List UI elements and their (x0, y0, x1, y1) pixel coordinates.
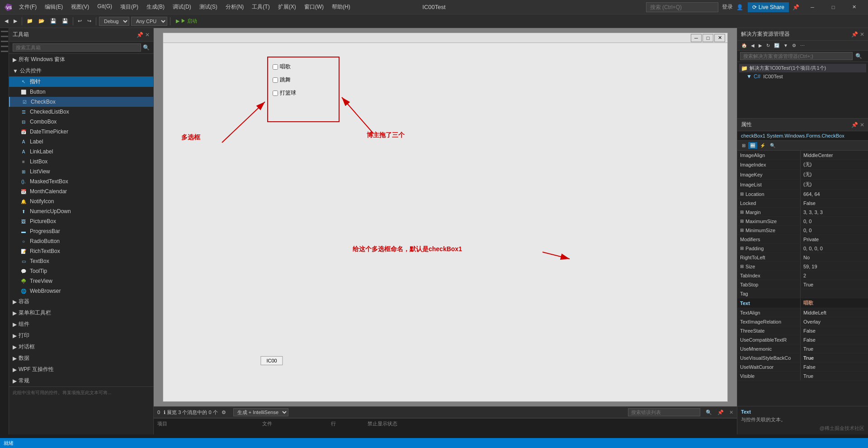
props-row-usevisualstyle[interactable]: UseVisualStyleBackCo True (737, 353, 868, 362)
output-pin-icon[interactable]: 📌 (717, 410, 724, 415)
props-search-btn[interactable]: 🔍 (768, 142, 777, 149)
form-minimize-btn[interactable]: ─ (691, 34, 702, 42)
toolbox-category-all-windows[interactable]: ▶ 所有 Windows 窗体 (9, 54, 153, 65)
live-share-button[interactable]: ⟳ Live Share (748, 2, 789, 12)
toolbox-item-textbox[interactable]: ▭ TextBox (9, 256, 153, 266)
toolbox-item-maskedtextbox[interactable]: (). MaskedTextBox (9, 176, 153, 186)
toolbox-item-monthcalendar[interactable]: 📆 MonthCalendar (9, 186, 153, 196)
solution-root[interactable]: 📁 解决方案'IC00Test'(1个项目/共1个) (739, 64, 866, 72)
save-all-btn[interactable]: 💾 (60, 17, 70, 25)
checkbox-1[interactable]: 唱歌 (273, 63, 334, 71)
output-close-icon[interactable]: ✕ (729, 410, 733, 415)
sol-more-btn[interactable]: ⋯ (799, 42, 806, 49)
sol-back-btn[interactable]: ◀ (750, 42, 756, 49)
toolbox-item-tooltip[interactable]: 💬 ToolTip (9, 266, 153, 276)
props-row-threestate[interactable]: ThreeState False (737, 326, 868, 335)
error-search-input[interactable] (628, 408, 700, 416)
props-row-margin[interactable]: ⊞Margin 3, 3, 3, 3 (737, 208, 868, 217)
toolbox-item-label[interactable]: A Label (9, 137, 153, 147)
toolbox-item-numericupdown[interactable]: ⬆ NumericUpDown (9, 206, 153, 216)
minimize-button[interactable]: ─ (802, 0, 823, 14)
output-tab[interactable]: ℹ 展览 3 个消息中的 0 个 (164, 409, 218, 416)
toolbox-item-datetimepicker[interactable]: 📅 DateTimePicker (9, 127, 153, 137)
props-row-imageindex[interactable]: ImageIndex (无) (737, 160, 868, 170)
props-row-imagelist[interactable]: ImageList (无) (737, 180, 868, 190)
checkbox-3[interactable]: 打篮球 (273, 89, 334, 97)
props-row-imagealign[interactable]: ImageAlign MiddleCenter (737, 151, 868, 160)
menu-edit[interactable]: 编辑(E) (41, 1, 66, 13)
redo-btn[interactable]: ↪ (85, 17, 93, 25)
props-pin-icon[interactable]: 📌 (851, 122, 858, 128)
open-btn[interactable]: 📂 (37, 17, 47, 25)
forward-button[interactable]: ▶ (12, 17, 19, 25)
toolbox-item-webbrowser[interactable]: 🌐 WebBrowser (9, 286, 153, 296)
save-btn[interactable]: 💾 (48, 17, 58, 25)
menu-analyze[interactable]: 分析(N) (222, 1, 248, 13)
sol-sync-btn[interactable]: ↻ (765, 42, 771, 49)
toolbox-category-menus[interactable]: ▶ 菜单和工具栏 (9, 307, 153, 319)
toolbox-item-richtextbox[interactable]: 📝 RichTextBox (9, 246, 153, 256)
props-row-tabstop[interactable]: TabStop True (737, 280, 868, 289)
menu-view[interactable]: 视图(V) (67, 1, 93, 13)
sol-forward-btn[interactable]: ▶ (757, 42, 764, 49)
maximize-button[interactable]: □ (823, 0, 844, 14)
toolbox-item-notifyicon[interactable]: 🔔 NotifyIcon (9, 196, 153, 206)
toolbox-close-icon[interactable]: ✕ (145, 32, 150, 38)
sol-filter-btn[interactable]: ▼ (782, 42, 789, 49)
toolbox-search-input[interactable] (13, 43, 141, 52)
toolbox-item-button[interactable]: ⬜ Button (9, 87, 153, 97)
form-maximize-btn[interactable]: □ (703, 34, 713, 42)
sol-home-btn[interactable]: 🏠 (740, 42, 748, 49)
props-row-tabindex[interactable]: TabIndex 2 (737, 271, 868, 280)
sol-refresh-btn[interactable]: 🔄 (773, 42, 781, 49)
toolbox-category-common[interactable]: ▼ 公共控件 (9, 65, 153, 76)
form-close-btn[interactable]: ✕ (714, 34, 725, 42)
checkbox-input-2[interactable] (273, 77, 278, 83)
toolbox-item-pointer[interactable]: ↖ 指针 (9, 76, 153, 87)
toolbox-item-picturebox[interactable]: 🖼 PictureBox (9, 216, 153, 226)
toolbox-item-checkedlistbox[interactable]: ☰ CheckedListBox (9, 107, 153, 117)
props-row-padding[interactable]: ⊞Padding 0, 0, 0, 0 (737, 244, 868, 253)
props-row-usecompatible[interactable]: UseCompatibleTextR False (737, 335, 868, 344)
ic00-button[interactable]: IC00 (260, 356, 283, 365)
sol-pin-icon[interactable]: 📌 (851, 31, 858, 38)
toolbox-category-wpf[interactable]: ▶ WPF 互操作性 (9, 364, 153, 375)
checkbox-input-3[interactable] (273, 91, 278, 96)
toolbox-item-progressbar[interactable]: ▬ ProgressBar (9, 226, 153, 236)
global-search[interactable] (646, 2, 718, 12)
props-row-righttoleft[interactable]: RightToLeft No (737, 253, 868, 262)
close-button[interactable]: ✕ (844, 0, 864, 14)
run-button[interactable]: ▶ ▶ 启动 (173, 17, 200, 25)
toolbox-item-treeview[interactable]: 🌳 TreeView (9, 276, 153, 286)
toolbox-item-listview[interactable]: ⊞ ListView (9, 167, 153, 176)
debug-config-dropdown[interactable]: Debug (99, 17, 129, 26)
toolbox-item-checkbox[interactable]: ☑ CheckBox (9, 97, 153, 107)
props-row-imagekey[interactable]: ImageKey (无) (737, 170, 868, 180)
login-label[interactable]: 登录 (722, 3, 733, 11)
menu-project[interactable]: 项目(P) (117, 1, 142, 13)
menu-git[interactable]: Git(G) (94, 1, 116, 13)
output-mode-dropdown[interactable]: 生成 + IntelliSense (233, 408, 288, 416)
toolbox-category-general[interactable]: ▶ 常规 (9, 375, 153, 386)
props-row-minimumsize[interactable]: ⊞MinimumSize 0, 0 (737, 226, 868, 235)
toolbox-category-components[interactable]: ▶ 组件 (9, 319, 153, 330)
props-row-usemnemonic[interactable]: UseMnemonic True (737, 344, 868, 353)
sol-settings-btn[interactable]: ⚙ (791, 42, 797, 49)
props-cat-btn[interactable]: ⊞ (740, 142, 747, 149)
toolbox-category-print[interactable]: ▶ 打印 (9, 330, 153, 341)
undo-btn[interactable]: ↩ (76, 17, 84, 25)
toolbox-category-data[interactable]: ▶ 数据 (9, 353, 153, 364)
props-row-usewaitcursor[interactable]: UseWaitCursor False (737, 362, 868, 372)
props-row-size[interactable]: ⊞Size 59, 19 (737, 262, 868, 271)
toolbox-item-radiobutton[interactable]: ○ RadioButton (9, 236, 153, 246)
back-button[interactable]: ◀ (3, 17, 10, 25)
toolbox-item-listbox[interactable]: ≡ ListBox (9, 157, 153, 167)
props-row-text[interactable]: Text 唱歌 (737, 298, 868, 308)
menu-test[interactable]: 测试(S) (196, 1, 221, 13)
toolbox-pin-icon[interactable]: 📌 (137, 32, 143, 38)
menu-tools[interactable]: 工具(T) (248, 1, 273, 13)
sol-close-icon[interactable]: ✕ (860, 31, 864, 38)
toolbox-item-linklabel[interactable]: A LinkLabel (9, 147, 153, 157)
props-row-location[interactable]: ⊞Location 664, 64 (737, 190, 868, 199)
menu-extensions[interactable]: 扩展(X) (274, 1, 300, 13)
